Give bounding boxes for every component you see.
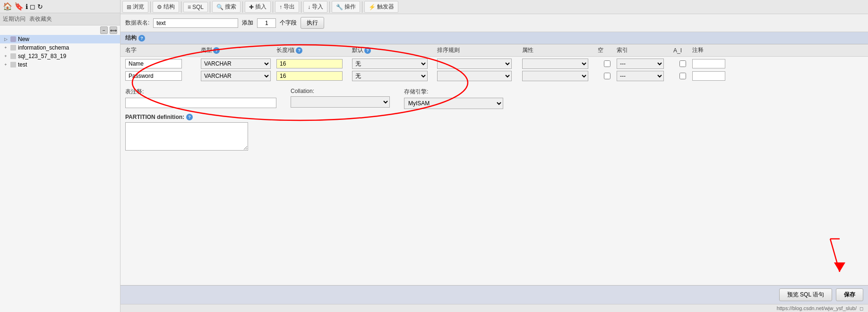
structure-title: 结构 <box>125 34 137 42</box>
sql-db-label: sql_123_57_83_19 <box>18 53 66 59</box>
sidebar-item-information-schema[interactable]: + information_schema <box>0 43 120 52</box>
import-btn[interactable]: ↓ 导入 <box>303 1 327 13</box>
preview-sql-btn[interactable]: 预览 SQL 语句 <box>779 288 832 301</box>
db-icon <box>10 36 16 42</box>
row1-index-cell: --- PRIMARY UNIQUE INDEX <box>617 59 673 69</box>
favorites-link[interactable]: 表收藏夹 <box>29 15 52 23</box>
partition-label: PARTITION definition: ? <box>125 114 863 120</box>
row2-null-checkbox[interactable] <box>604 73 610 79</box>
row1-comment-input[interactable] <box>692 59 725 68</box>
row2-type-select[interactable]: VARCHAR INT TEXT <box>201 71 271 81</box>
length-help-icon[interactable]: ? <box>296 47 302 54</box>
row1-attr-select[interactable] <box>522 59 588 69</box>
row2-default-select[interactable]: 无 NULL <box>352 71 428 81</box>
table-row: VARCHAR INT TEXT 无 NULL <box>125 71 863 81</box>
partition-help-icon[interactable]: ? <box>186 114 193 120</box>
table-name-bar: 数据表名: 添加 个字段 执行 <box>120 14 868 32</box>
exec-btn[interactable]: 执行 <box>301 17 324 29</box>
field-unit-label: 个字段 <box>280 19 297 27</box>
search-btn[interactable]: 🔍 搜索 <box>212 1 241 13</box>
expand-icon3: + <box>3 53 9 59</box>
home-icon[interactable]: 🏠 <box>3 2 12 11</box>
sep5 <box>273 1 273 13</box>
operate-btn[interactable]: 🔧 操作 <box>332 1 360 13</box>
insert-btn[interactable]: ✚ 插入 <box>245 1 271 13</box>
row2-attr-select[interactable] <box>522 71 588 81</box>
sidebar-item-new[interactable]: ▷ New <box>0 35 120 43</box>
collation-label: Collation: <box>291 88 390 94</box>
row2-comment-input[interactable] <box>692 71 725 81</box>
default-help-icon[interactable]: ? <box>364 47 371 54</box>
storage-engine-select[interactable]: MyISAM InnoDB <box>404 98 503 109</box>
info-icon[interactable]: ℹ <box>26 3 28 10</box>
status-bar: https://blog.csdn.net/wjw_ysf_slub/ ◻ <box>120 304 868 312</box>
sep7 <box>329 1 330 13</box>
extra-options: 表注释: Collation: 存储引擎: MyISAM InnoDB <box>120 83 868 112</box>
column-headers: 名字 类型 ? 长度/值 ? 默认 ? 排序规则 属性 <box>120 44 868 57</box>
col-attr-header: 属性 <box>522 46 598 54</box>
export-btn[interactable]: ↑ 导出 <box>275 1 299 13</box>
structure-help-icon[interactable]: ? <box>138 35 145 42</box>
field-rows: VARCHAR INT TEXT DATE 无 NULL CURR <box>120 57 868 83</box>
save-btn[interactable]: 保存 <box>836 288 863 301</box>
table-comment-input[interactable] <box>125 98 276 108</box>
col-type-header: 类型 ? <box>201 46 276 54</box>
row1-type-select[interactable]: VARCHAR INT TEXT DATE <box>201 59 271 69</box>
status-url: https://blog.csdn.net/wjw_ysf_slub/ <box>777 305 857 311</box>
row2-ai-cell <box>673 73 692 79</box>
expand-btn[interactable]: ⟺ <box>110 26 117 34</box>
row1-type-cell: VARCHAR INT TEXT DATE <box>201 59 276 69</box>
row1-length-cell <box>276 59 352 68</box>
structure-btn[interactable]: ⚙ 结构 <box>153 1 179 13</box>
row1-index-select[interactable]: --- PRIMARY UNIQUE INDEX <box>617 59 664 69</box>
settings-icon[interactable]: ◻ <box>30 3 35 10</box>
row2-sort-select[interactable] <box>437 71 512 81</box>
row1-ai-checkbox[interactable] <box>679 60 686 67</box>
row2-index-select[interactable]: --- PRIMARY UNIQUE INDEX <box>617 71 664 81</box>
row2-name-input[interactable] <box>125 71 182 81</box>
sidebar-item-test[interactable]: + test <box>0 60 120 69</box>
structure-section: 结构 ? 名字 类型 ? 长度/值 ? 默认 ? <box>120 32 868 312</box>
row2-ai-checkbox[interactable] <box>679 73 686 79</box>
sep4 <box>242 1 243 13</box>
storage-engine-group: 存储引擎: MyISAM InnoDB <box>404 88 503 109</box>
col-default-header: 默认 ? <box>352 46 437 54</box>
row2-default-cell: 无 NULL <box>352 71 437 81</box>
trigger-btn[interactable]: ⚡ 触发器 <box>364 1 398 13</box>
collation-select[interactable] <box>291 96 390 108</box>
sidebar-item-sql[interactable]: + sql_123_57_83_19 <box>0 52 120 60</box>
type-help-icon[interactable]: ? <box>213 47 220 54</box>
col-index-header: 索引 <box>617 46 673 54</box>
row1-null-checkbox[interactable] <box>604 60 610 67</box>
sep6 <box>301 1 301 13</box>
table-comment-label: 表注释: <box>125 88 276 96</box>
main-wrapper: ⊞ 浏览 ⚙ 结构 ≡ SQL 🔍 搜索 ✚ 插入 <box>120 0 868 312</box>
browse-icon: ⊞ <box>127 4 131 10</box>
row1-sort-select[interactable] <box>437 59 512 69</box>
row1-length-input[interactable] <box>276 59 343 68</box>
collapse-btn[interactable]: − <box>100 26 108 34</box>
new-label: New <box>18 36 29 42</box>
row2-comment-cell <box>692 71 730 81</box>
sidebar-nav: 近期访问 表收藏夹 <box>0 13 120 25</box>
sql-icon: ≡ <box>188 4 191 10</box>
sql-btn[interactable]: ≡ SQL <box>183 2 208 12</box>
db-icon4 <box>10 62 16 67</box>
recent-visits-link[interactable]: 近期访问 <box>3 15 26 23</box>
row1-name-input[interactable] <box>125 59 182 68</box>
refresh-icon[interactable]: ↻ <box>37 3 43 10</box>
row2-length-input[interactable] <box>276 71 343 81</box>
search-icon: 🔍 <box>216 4 223 10</box>
partition-section: PARTITION definition: ? <box>120 112 868 156</box>
sep2 <box>181 1 181 13</box>
bookmark-icon[interactable]: 🔖 <box>14 2 24 11</box>
row2-index-cell: --- PRIMARY UNIQUE INDEX <box>617 71 673 81</box>
row1-name-cell <box>125 59 201 68</box>
row2-attr-cell <box>522 71 598 81</box>
row2-sort-cell <box>437 71 522 81</box>
table-name-input[interactable] <box>153 18 238 28</box>
row1-default-select[interactable]: 无 NULL CURRENT_TIMESTAMP <box>352 59 428 69</box>
field-count-input[interactable] <box>257 18 276 28</box>
browse-btn[interactable]: ⊞ 浏览 <box>122 1 148 13</box>
partition-textarea[interactable] <box>125 122 248 151</box>
